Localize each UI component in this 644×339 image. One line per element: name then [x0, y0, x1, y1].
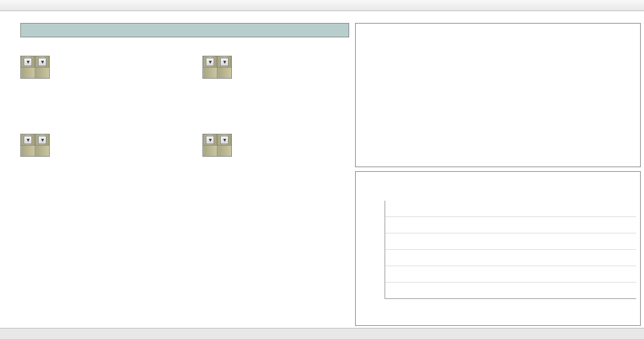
- doing-total: [218, 68, 232, 79]
- sem-col-amt[interactable]: ▾: [218, 134, 232, 146]
- out-col-item[interactable]: ▾: [21, 134, 35, 146]
- dropdown-icon[interactable]: ▾: [206, 58, 214, 66]
- doing-total-label: [203, 68, 218, 79]
- income-table: ▾▾: [20, 56, 50, 79]
- dropdown-icon[interactable]: ▾: [24, 58, 32, 66]
- doing-col-item[interactable]: ▾: [203, 56, 218, 68]
- out-total-label: [21, 146, 35, 157]
- income-total-label: [21, 68, 35, 79]
- pie-chart[interactable]: [355, 23, 641, 167]
- out-table: ▾▾: [20, 134, 50, 157]
- doing-col-amt[interactable]: ▾: [218, 56, 232, 68]
- out-total: [35, 146, 50, 157]
- dropdown-icon[interactable]: ▾: [220, 136, 229, 144]
- dropdown-icon[interactable]: ▾: [38, 58, 47, 66]
- out-col-amt[interactable]: ▾: [35, 134, 50, 146]
- income-total: [35, 68, 50, 79]
- sem-total-label: [203, 146, 218, 157]
- sem-total: [218, 146, 232, 157]
- sem-table: ▾▾: [202, 134, 232, 157]
- pie-chart-title: [356, 24, 640, 29]
- sem-col-item[interactable]: ▾: [203, 134, 218, 146]
- horizontal-scrollbar[interactable]: [0, 328, 644, 339]
- bar-chart[interactable]: [355, 171, 641, 326]
- dropdown-icon[interactable]: ▾: [220, 58, 229, 66]
- income-col-item[interactable]: ▾: [21, 56, 35, 68]
- dropdown-icon[interactable]: ▾: [24, 136, 32, 144]
- income-col-amt[interactable]: ▾: [35, 56, 50, 68]
- dropdown-icon[interactable]: ▾: [38, 136, 47, 144]
- bar-chart-title: [356, 172, 640, 177]
- dropdown-icon[interactable]: ▾: [206, 136, 214, 144]
- doing-table: ▾▾: [202, 56, 232, 79]
- title-bar: [20, 23, 349, 37]
